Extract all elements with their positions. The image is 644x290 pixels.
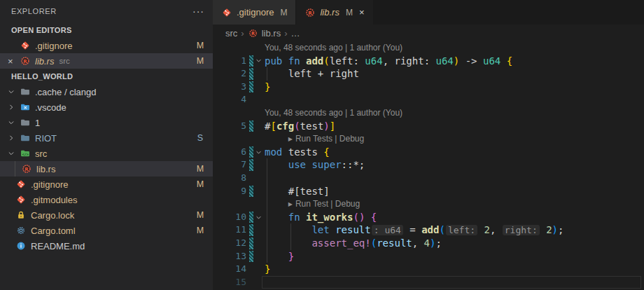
codelens-text[interactable]: You, 48 seconds ago | 1 author (You) xyxy=(265,41,402,55)
code-line-3[interactable]: 3} xyxy=(213,81,644,94)
tree-item-.gitignore[interactable]: .gitignoreM xyxy=(0,177,213,192)
codelens-label[interactable]: You, 48 seconds ago | 1 author (You) xyxy=(265,43,402,53)
codelens-text[interactable]: You, 48 seconds ago | 1 author (You) xyxy=(265,106,402,120)
line-number[interactable]: 10 xyxy=(213,211,246,224)
explorer-header: EXPLORER ··· xyxy=(0,0,213,22)
code-line-15[interactable]: 15 xyxy=(213,276,644,289)
codelens-label[interactable]: Run Test | Debug xyxy=(295,199,360,209)
line-number[interactable]: 9 xyxy=(213,185,246,198)
token: ; xyxy=(558,224,564,235)
open-editor-item-lib.rs[interactable]: ×Rlib.rssrcM xyxy=(0,53,213,69)
code-line-4[interactable]: 4 xyxy=(213,93,644,106)
breadcrumb-item-1[interactable]: lib.rs xyxy=(262,28,281,39)
run-play-icon[interactable]: ▶ xyxy=(288,201,293,207)
close-icon[interactable]: × xyxy=(6,56,20,67)
tree-item-label: Cargo.lock xyxy=(31,210,74,221)
tree-item-label: README.md xyxy=(31,241,85,251)
breadcrumb-item-0[interactable]: src xyxy=(225,28,237,39)
more-actions-icon[interactable]: ··· xyxy=(192,6,204,17)
line-number[interactable]: 3 xyxy=(213,81,246,94)
tree-item-RIOT[interactable]: RIOTS xyxy=(0,130,213,146)
chevron-right-icon xyxy=(6,102,17,113)
tree-item-.vscode[interactable]: .vscode xyxy=(0,99,213,115)
git-modified-gutter-mark xyxy=(249,251,253,263)
workspace-header[interactable]: HELLO_WORLD xyxy=(0,69,213,84)
git-icon xyxy=(221,7,232,18)
code-line-9[interactable]: 9 #[test] xyxy=(213,185,644,198)
close-slot: × xyxy=(6,56,20,67)
token: , xyxy=(412,237,424,249)
line-number[interactable]: 11 xyxy=(213,223,246,237)
line-number[interactable]: 4 xyxy=(213,93,246,106)
token: , xyxy=(490,224,502,235)
line-number[interactable]: 1 xyxy=(213,55,246,68)
codelens-row[interactable]: ▶Run Tests | Debug xyxy=(213,132,644,146)
codelens-row[interactable]: ▶Run Test | Debug xyxy=(213,198,644,211)
vscode-window: EXPLORER ··· OPEN EDITORS .gitignoreM×Rl… xyxy=(0,0,644,290)
code-line-6[interactable]: 6mod tests { xyxy=(213,146,644,159)
folder-icon xyxy=(20,86,31,97)
tree-item-src[interactable]: </>src xyxy=(0,146,213,161)
folder-icon xyxy=(20,117,31,128)
codelens-label[interactable]: You, 48 seconds ago | 1 author (You) xyxy=(265,108,402,118)
token xyxy=(500,55,506,67)
code-line-5[interactable]: 5#[cfg(test)] xyxy=(213,120,644,133)
tree-item-label: .gitmodules xyxy=(31,195,77,205)
code-line-11[interactable]: 11 let result: u64 = add(left: 2, right:… xyxy=(213,223,644,237)
run-play-icon[interactable]: ▶ xyxy=(288,136,293,142)
code-line-1[interactable]: 1pub fn add(left: u64, right: u64) -> u6… xyxy=(213,55,644,68)
tree-item-Cargo.lock[interactable]: Cargo.lockM xyxy=(0,207,213,223)
code-editor[interactable]: You, 48 seconds ago | 1 author (You)1pub… xyxy=(213,41,644,290)
rust-icon: R xyxy=(21,163,32,174)
codelens-row[interactable]: You, 48 seconds ago | 1 author (You) xyxy=(213,106,644,120)
codelens-text[interactable]: ▶Run Test | Debug xyxy=(288,198,360,212)
line-number[interactable]: 12 xyxy=(213,237,246,250)
line-number[interactable]: 13 xyxy=(213,250,246,263)
codelens-row[interactable]: You, 48 seconds ago | 1 author (You) xyxy=(213,41,644,55)
line-number[interactable]: 6 xyxy=(213,146,246,159)
svg-text:</>: </> xyxy=(22,152,29,156)
git-modified-gutter-mark xyxy=(249,120,253,132)
git-icon xyxy=(20,40,31,51)
code-line-8[interactable]: 8 xyxy=(213,172,644,185)
tree-item-1[interactable]: 1 xyxy=(0,115,213,130)
tree-item-label: src xyxy=(35,149,47,159)
open-editor-item-.gitignore[interactable]: .gitignoreM xyxy=(0,38,213,53)
code-line-12[interactable]: 12 assert_eq!(result, 4); xyxy=(213,237,644,250)
tab-label: .gitignore xyxy=(237,7,274,18)
tree-item-.gitmodules[interactable]: .gitmodules xyxy=(0,192,213,207)
code-line-14[interactable]: 14} xyxy=(213,263,644,276)
code-line-2[interactable]: 2 left + right xyxy=(213,67,644,81)
line-number[interactable]: 2 xyxy=(213,67,246,81)
breadcrumb[interactable]: src›Rlib.rs›… xyxy=(213,25,644,41)
token: left xyxy=(330,55,354,67)
code-line-13[interactable]: 13 } xyxy=(213,250,644,263)
tree-item-README.md[interactable]: README.md xyxy=(0,238,213,254)
line-number[interactable]: 14 xyxy=(213,263,246,276)
open-editor-description: src xyxy=(59,57,69,65)
line-number[interactable]: 7 xyxy=(213,158,246,172)
git-status-badge: M xyxy=(195,179,206,189)
tree-item-Cargo.toml[interactable]: Cargo.tomlM xyxy=(0,223,213,238)
breadcrumb-separator: › xyxy=(241,28,244,39)
breadcrumb-item-2[interactable]: … xyxy=(290,28,300,39)
line-number[interactable]: 5 xyxy=(213,120,246,133)
tab-close-icon[interactable]: × xyxy=(359,7,365,18)
code-line-10[interactable]: 10 fn it_works() { xyxy=(213,211,644,224)
token: ( xyxy=(371,237,377,249)
git-icon xyxy=(15,179,27,190)
tab-lib.rs[interactable]: Rlib.rsM× xyxy=(296,0,373,25)
open-editors-header[interactable]: OPEN EDITORS xyxy=(0,22,213,38)
codelens-text[interactable]: ▶Run Tests | Debug xyxy=(288,132,364,147)
line-number[interactable]: 8 xyxy=(213,172,246,185)
code-line-7[interactable]: 7 use super::*; xyxy=(213,158,644,172)
tree-item-lib.rs[interactable]: Rlib.rsM xyxy=(0,161,213,177)
codelens-label[interactable]: Run Tests | Debug xyxy=(295,134,364,144)
tree-item-label: Cargo.toml xyxy=(31,226,76,236)
tree-item-.cacheclangd[interactable]: .cache / clangd xyxy=(0,84,213,99)
code-text: #[test] xyxy=(265,185,330,198)
line-number[interactable]: 15 xyxy=(213,276,246,289)
git-status-badge: M xyxy=(195,41,206,50)
code-text: pub fn add(left: u64, right: u64) -> u64… xyxy=(265,55,512,68)
tab-.gitignore[interactable]: .gitignoreM xyxy=(213,0,296,25)
